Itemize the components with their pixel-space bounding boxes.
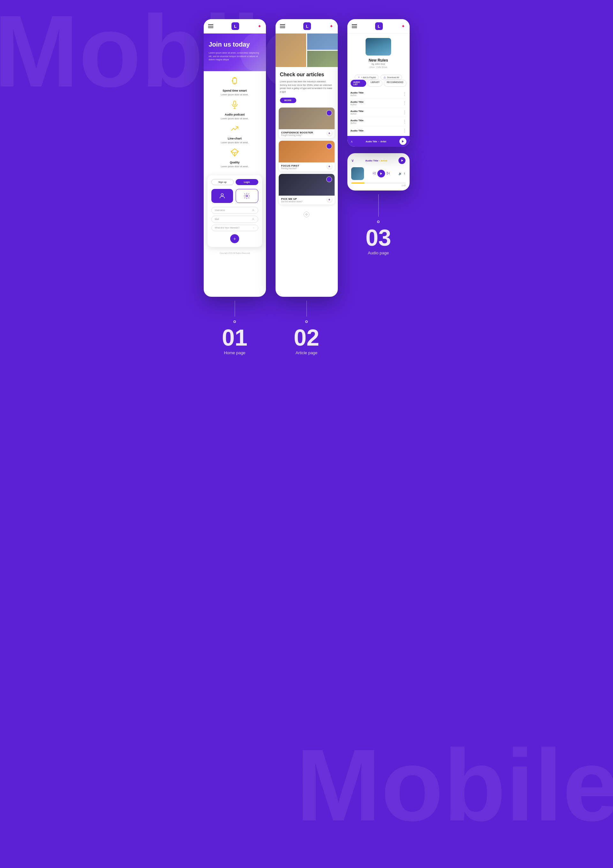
- audio-list-item-5: Audio Title ⋮: [351, 126, 407, 135]
- audio-actions: + Add to Playlist Download All: [348, 75, 410, 80]
- audio-list-author-2: Author: [351, 103, 364, 105]
- connector-dot-1: [233, 320, 236, 323]
- audio-list-info-3: Audio Title Author: [351, 110, 364, 115]
- notif-icon[interactable]: ✦: [258, 23, 261, 29]
- hamburger-icon-2[interactable]: [280, 24, 285, 28]
- avatar-settings-icon[interactable]: [236, 189, 258, 203]
- audio-cover: [366, 38, 391, 56]
- play-pause-button[interactable]: [377, 170, 385, 177]
- avatar-user-icon[interactable]: [211, 189, 233, 203]
- article-title: Check our articles: [280, 71, 333, 78]
- prev-button[interactable]: [372, 171, 376, 176]
- avatar-row: [211, 189, 258, 203]
- logo-box-2: L: [303, 22, 311, 30]
- screen1-card: L ✦ Join us today Lorem ipsum dolor sit …: [204, 19, 266, 297]
- notif-icon-2[interactable]: ✦: [329, 23, 333, 29]
- article-card-plus-2[interactable]: +: [327, 164, 332, 169]
- mail-field[interactable]: Mail: [211, 216, 258, 223]
- audio-cover-inner: [366, 38, 391, 56]
- pagination-dot[interactable]: [304, 212, 309, 217]
- signup-tab[interactable]: Sign up: [211, 179, 234, 185]
- audio-list-item-1: Audio Title Author ⋮: [351, 89, 407, 99]
- connector-dot-2: [305, 320, 308, 323]
- expanded-progress[interactable]: 3:48: [351, 183, 406, 187]
- line-chart-icon: [230, 124, 239, 135]
- article-img-3: [307, 51, 338, 67]
- feature-desc-3: Lorem ipsum dolor sit amet,: [221, 141, 248, 144]
- next-button[interactable]: [386, 171, 390, 176]
- article-card-img-1: [279, 107, 335, 129]
- article-pagination: [276, 209, 338, 220]
- svg-rect-0: [233, 78, 237, 83]
- play-button-bar[interactable]: [399, 138, 407, 145]
- page-number-3: 03: [366, 226, 391, 249]
- expanded-player: ∨ Audio Title • Artist: [348, 153, 410, 191]
- progress-fill: [351, 183, 365, 183]
- tab-audio-list[interactable]: AUDIO LIST: [351, 80, 366, 87]
- article-card-body-2: FOCUS FIRST Feeling frazzled?: [279, 163, 335, 171]
- three-dots-1[interactable]: ⋮: [403, 91, 407, 96]
- audio-list-item-2: Audio Title Author ⋮: [351, 99, 407, 108]
- audio-list-author-3: Author: [351, 113, 364, 115]
- exp-time: 3:48: [351, 184, 406, 187]
- feature-desc-4: Lorem ipsum dolor sit amet,: [221, 165, 248, 167]
- login-tab[interactable]: Login: [236, 179, 258, 185]
- feature-item-1: Spend time smart Lorem ipsum dolor sit a…: [209, 76, 261, 96]
- article-card-sub-3: Got the weather blues?: [281, 200, 332, 203]
- feature-item-3: Line-chart Lorem ipsum dolor sit amet,: [209, 124, 261, 144]
- hero-bg-figure: [241, 34, 266, 71]
- hero-section: Join us today Lorem ipsum dolor sit amet…: [204, 34, 266, 71]
- article-card-avatar-2: [326, 143, 332, 149]
- audio-list-title-3: Audio Title: [351, 110, 364, 113]
- three-dots-2[interactable]: ⋮: [403, 101, 407, 105]
- feature-item-4: Quality Lorem ipsum dolor sit amet,: [209, 148, 261, 167]
- play-button-expanded[interactable]: [399, 157, 405, 164]
- svg-marker-18: [387, 172, 388, 175]
- audio-episode: Show : Coffe Break: [352, 66, 405, 68]
- article-hero-images: [276, 34, 338, 67]
- svg-point-7: [246, 195, 248, 197]
- progress-bar: [351, 183, 406, 183]
- screen2-card: L ✦ Check our articles Lorem ipsum has b…: [276, 19, 338, 297]
- chevron-down-icon[interactable]: ∨: [351, 158, 354, 163]
- submit-button[interactable]: +: [230, 234, 239, 243]
- audio-list-author-1: Author: [351, 94, 364, 96]
- notif-icon-3[interactable]: ✦: [401, 23, 405, 29]
- three-dots-5[interactable]: ⋮: [403, 128, 407, 133]
- audio-list-title-2: Audio Title: [351, 101, 364, 103]
- hamburger-icon-3[interactable]: [352, 24, 357, 28]
- three-dots-4[interactable]: ⋮: [403, 119, 407, 124]
- tab-library[interactable]: LIBRARY: [368, 80, 382, 87]
- audio-hero: New Rules by John Doe Show : Coffe Break: [348, 34, 410, 72]
- tab-recommended[interactable]: RECOMMENDED: [384, 80, 406, 87]
- article-img-1: [276, 34, 306, 67]
- hamburger-icon[interactable]: [208, 24, 213, 28]
- page-label-1: Home page: [224, 350, 245, 355]
- volume-icon[interactable]: 🔊: [399, 172, 402, 175]
- feature-item-2: Audio podcast Lorem ipsum dolor sit amet…: [209, 100, 261, 120]
- interests-field[interactable]: What Are Your Interests?: [211, 225, 258, 231]
- feature-title-1: Spend time smart: [222, 89, 247, 92]
- now-playing-artist: Artist: [380, 140, 386, 143]
- article-card-plus-1[interactable]: +: [327, 130, 332, 136]
- screen2-section: L ✦ Check our articles Lorem ipsum has b…: [276, 19, 338, 355]
- article-card-sub-1: Fought meeting today?: [281, 134, 332, 136]
- add-playlist-button[interactable]: + Add to Playlist: [355, 75, 379, 80]
- login-tabs: Sign up Login: [211, 179, 258, 185]
- svg-rect-1: [234, 101, 236, 105]
- add-playlist-label: + Add to Playlist: [361, 76, 376, 79]
- share-icon[interactable]: ⬆: [403, 172, 406, 175]
- more-button[interactable]: MORE: [280, 98, 296, 103]
- three-dots-3[interactable]: ⋮: [403, 110, 407, 115]
- now-playing-bar[interactable]: ∧ Audio Title • Artist: [348, 136, 410, 147]
- article-card-img-3: [279, 174, 335, 195]
- article-list: CONFIDENCE BOOSTER Fought meeting today?…: [276, 107, 338, 209]
- download-all-button[interactable]: Download All: [380, 75, 402, 80]
- username-field[interactable]: Username: [211, 207, 258, 214]
- article-card-plus-3[interactable]: +: [327, 197, 332, 202]
- now-playing-info: Audio Title • Artist: [366, 140, 386, 143]
- audio-list-info-1: Audio Title Author: [351, 91, 364, 96]
- screen2-header: L ✦: [276, 19, 338, 34]
- logo-box-3: L: [375, 22, 383, 30]
- audio-tabs: AUDIO LIST LIBRARY RECOMMENDED: [348, 80, 410, 87]
